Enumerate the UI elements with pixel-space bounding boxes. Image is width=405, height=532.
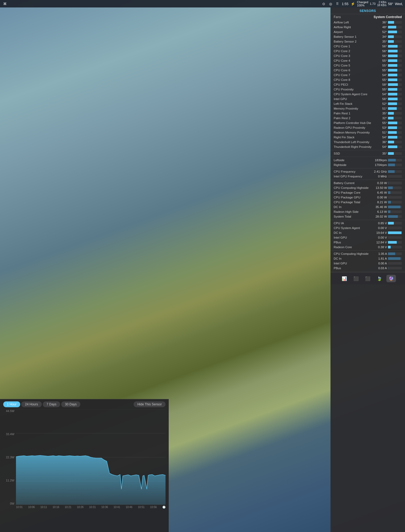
- temp-row: Battery Sensor 2 35°: [330, 39, 405, 44]
- temp-row: Airflow Right 48°: [330, 25, 405, 30]
- sensor-value: 6.13 W: [368, 210, 387, 213]
- sensor-name: Radeon High Side: [334, 210, 368, 213]
- tab-terminal[interactable]: ⬛: [363, 275, 373, 282]
- sensor-name: Airport: [334, 30, 374, 34]
- sensor-bar-container: [388, 117, 402, 119]
- btn-24hours[interactable]: 24 Hours: [21, 401, 42, 407]
- tab-fan[interactable]: 🍃: [375, 275, 384, 282]
- svg-marker-5: [16, 455, 166, 505]
- temp-row: Palm Rest 2 32°: [330, 116, 405, 120]
- instant-hotspot-icon[interactable]: ⚡: [350, 1, 356, 6]
- sensor-name: CPU Core 5: [334, 64, 374, 67]
- sensor-name: Right Fin Stack: [334, 136, 374, 139]
- temp-row: Airflow Left 36°: [330, 20, 405, 25]
- sensor-bar: [388, 64, 397, 67]
- x-label-4: 10:21: [65, 506, 71, 509]
- sensor-value: 52°: [374, 30, 387, 34]
- sensor-bar-container: [388, 201, 402, 203]
- sensor-name: Thunderbolt Right Proximity: [334, 145, 374, 148]
- sensor-bar: [388, 215, 398, 218]
- divider-1: [330, 150, 405, 150]
- curr-row: PBus 0.03 A: [330, 266, 405, 271]
- sensor-bar-container: [388, 159, 402, 161]
- cpu-usage: 1.73: [370, 2, 375, 5]
- sensor-name: Intel GPU: [334, 262, 368, 265]
- dots-menu-icon[interactable]: ⠿: [335, 1, 340, 6]
- sensor-value: 1839rpm: [368, 159, 387, 162]
- sensor-name: Platform Controller Hub Die: [334, 121, 374, 124]
- temp-row: Radeon GPU Proximity 53°: [330, 125, 405, 130]
- sensor-bar-container: [388, 252, 402, 255]
- sensor-name: CPU Computing Highside: [334, 252, 369, 255]
- sensor-name: Radeon GPU Proximity: [334, 126, 374, 129]
- ssd-bar: [388, 152, 394, 155]
- hide-sensor-btn[interactable]: Hide This Sensor: [134, 401, 166, 407]
- graph-controls: 1 Hour 24 Hours 7 Days 30 Days Hide This…: [0, 399, 169, 409]
- sensor-name: CPU Core 1: [334, 45, 374, 48]
- sensor-name: CPU Core 2: [334, 49, 374, 53]
- sensor-bar-container: [388, 191, 402, 194]
- btn-7days[interactable]: 7 Days: [43, 401, 60, 407]
- sensor-bar: [388, 146, 397, 148]
- sensor-bar: [388, 141, 394, 143]
- sensor-bar: [388, 131, 397, 134]
- sensor-name: Radeon Memory Proximity: [334, 131, 374, 134]
- fan-sensors-list: Leftside 1839rpm Rightside 1704rpm: [330, 158, 405, 167]
- sensor-value: 0.00 A: [368, 262, 387, 265]
- battery-indicator: Charged 100%: [357, 1, 368, 7]
- sensor-value: 12.84 V: [368, 241, 387, 244]
- tab-cpu[interactable]: 📊: [340, 275, 349, 282]
- sensor-bar: [388, 31, 397, 33]
- volt-row: CPU System Agent 0.00 V: [330, 226, 405, 230]
- network-up-down: 2 KB/s 18 KB/s: [377, 1, 386, 7]
- power-row: Radeon High Side 6.13 W: [330, 209, 405, 214]
- sensor-bar: [388, 83, 398, 86]
- sensor-bar: [388, 267, 388, 269]
- power-row: CPU Computing Highside 13.50 W: [330, 185, 405, 190]
- sensor-bar-container: [388, 21, 402, 24]
- tab-gpu[interactable]: ⬛: [351, 275, 361, 282]
- apple-icon[interactable]: ⌘: [2, 1, 7, 6]
- sensor-name: CPU Package Total: [334, 201, 368, 204]
- sensor-bar-container: [388, 141, 402, 143]
- sensor-value: 0.00 W: [368, 196, 387, 199]
- tab-sensors[interactable]: 🔮: [386, 275, 396, 282]
- cpu-monitor-icon[interactable]: ⊙: [321, 1, 326, 6]
- temp-row: Radeon Memory Proximity 51°: [330, 130, 405, 135]
- curr-row: Intel GPU 0.00 A: [330, 261, 405, 266]
- sensor-name: CPU Core 8: [334, 78, 374, 81]
- sensor-bar-container: [388, 175, 402, 178]
- ssd-bar-container: [388, 152, 402, 155]
- sensor-bar: [388, 186, 393, 189]
- sensor-bar-container: [388, 112, 402, 115]
- sensor-value: 55°: [374, 59, 387, 62]
- sensor-value: 8.21 W: [368, 201, 387, 204]
- graph-y-labels: 44.5W 33.4W 22.3W 11.2W 0W: [0, 409, 15, 505]
- btn-1hour[interactable]: 1 Hour: [3, 401, 20, 407]
- btn-30days[interactable]: 30 Days: [61, 401, 80, 407]
- sensor-bar-container: [388, 126, 402, 129]
- x-label-9: 10:46: [126, 506, 132, 509]
- temp-row: CPU Proximity 55°: [330, 87, 405, 92]
- sensor-value: 0.00 V: [368, 226, 387, 230]
- fans-section-header: Fans System Controlled: [330, 14, 405, 20]
- activity-icon[interactable]: ◎: [328, 1, 333, 6]
- y-label-4: 44.5W: [1, 409, 14, 413]
- sensor-name: PBus: [334, 241, 368, 244]
- sensor-bar-container: [388, 88, 402, 91]
- sensor-value: 0.85 V: [368, 222, 387, 225]
- sensor-name: Battery Current: [334, 181, 368, 185]
- sensor-bar: [388, 126, 397, 129]
- sensor-bar: [388, 59, 397, 62]
- temp-row: Palm Rest 1 35°: [330, 111, 405, 116]
- sensor-bar-container: [388, 215, 402, 218]
- freq-row: Intel GPU Frequency 0 MHz: [330, 174, 405, 179]
- x-label-11: 10:56: [150, 506, 157, 509]
- volt-row: CPU IA 0.85 V: [330, 221, 405, 226]
- sensor-bar-container: [388, 93, 402, 95]
- sensor-bar-container: [388, 262, 402, 265]
- sensor-bar: [388, 159, 396, 161]
- sensor-name: Leftside: [334, 159, 368, 162]
- sensor-value: 13.50 W: [369, 186, 387, 189]
- sensor-value: 1.05 A: [369, 252, 387, 255]
